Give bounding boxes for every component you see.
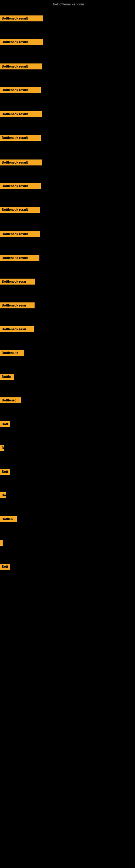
bottleneck-badge: Bottleneck result [0, 87, 41, 93]
bottleneck-badge: | [0, 540, 3, 546]
site-title: TheBottlenecker.com [51, 2, 84, 6]
bottleneck-badge: Bottleneck resu [0, 303, 35, 308]
bottleneck-badge: Bottlen [0, 516, 17, 522]
bottleneck-badge: Bottlenec [0, 397, 21, 403]
bottleneck-badge: Bottleneck result [0, 63, 42, 69]
bottleneck-badge: Bott [0, 421, 10, 427]
bottleneck-badge: Bott [0, 469, 10, 475]
bottleneck-badge: Bottleneck result [0, 111, 42, 117]
bottleneck-badge: Bottleneck result [0, 135, 41, 141]
bottleneck-badge: Bott [0, 564, 10, 569]
bottleneck-badge: Bottleneck result [0, 255, 39, 261]
bottleneck-badge: B [0, 445, 4, 451]
bottleneck-badge: Bottleneck result [0, 207, 40, 213]
bottleneck-badge: Bottleneck [0, 350, 24, 356]
bottleneck-badge: Bottleneck result [0, 16, 43, 22]
bottleneck-badge: Bottleneck result [0, 159, 42, 165]
bottleneck-badge: Bottleneck result [0, 183, 41, 189]
bottleneck-badge: Bottle [0, 374, 14, 380]
bottleneck-badge: Bottleneck result [0, 231, 40, 237]
bottleneck-badge: Bottleneck resu [0, 279, 35, 284]
bottleneck-badge: Bottleneck resu [0, 326, 34, 332]
bottleneck-badge: Bo [0, 492, 6, 498]
bottleneck-badge: Bottleneck result [0, 39, 43, 45]
